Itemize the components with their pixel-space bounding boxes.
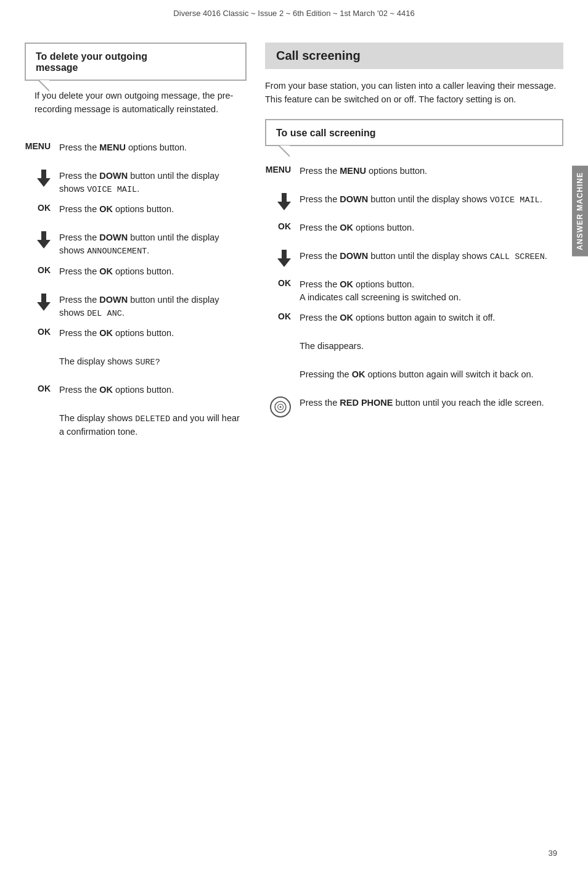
step-desc-cell: Press the OK options button.: [59, 264, 247, 278]
step-key-cell: ☉: [265, 395, 300, 417]
left-column: To delete your outgoing message If you d…: [25, 43, 247, 445]
step-row: MENU Press the MENU options button.: [265, 163, 563, 186]
step-row: OK Press the OK options button.: [25, 264, 247, 286]
answer-machine-tab: ANSWER MACHINE: [572, 166, 588, 257]
step-key: OK: [38, 384, 51, 393]
step-desc-cell: Pressing the OK options button again wil…: [300, 367, 563, 381]
step-key-cell: OK: [25, 326, 59, 337]
step-row: ☉ Press the RED PHONE button until you r…: [265, 395, 563, 417]
down-arrow-icon: [37, 294, 51, 311]
step-desc-cell: The display shows DELETED and you will h…: [59, 411, 247, 438]
step-row: The disappears.: [265, 339, 563, 361]
left-steps: MENU Press the MENU options button. Pres…: [25, 140, 247, 438]
svg-marker-3: [277, 193, 291, 210]
step-key-cell: [265, 367, 300, 368]
header-text: Diverse 4016 Classic ~ Issue 2 ~ 6th Edi…: [173, 9, 414, 18]
step-row: Press the DOWN button until the display …: [265, 249, 563, 271]
step-key: OK: [38, 265, 51, 275]
down-arrow-icon: [277, 250, 291, 267]
step-key: OK: [38, 203, 51, 213]
svg-marker-1: [37, 231, 51, 249]
step-row: OK Press the OK options button.: [25, 382, 247, 405]
delete-message-title: To delete your outgoing message: [26, 44, 245, 80]
right-steps: MENU Press the MENU options button. Pres…: [265, 163, 563, 417]
step-key: OK: [278, 311, 291, 321]
step-row: OK Press the OK options button.: [25, 202, 247, 224]
step-desc-cell: Press the OK options button.: [59, 326, 247, 340]
step-desc-cell: Press the DOWN button until the display …: [300, 249, 563, 263]
call-screening-intro: From your base station, you can listen i…: [265, 79, 563, 107]
step-key: MENU: [25, 141, 51, 151]
step-key-cell: [25, 292, 59, 311]
step-desc-cell: Press the MENU options button.: [59, 140, 247, 154]
step-key-cell: [265, 249, 300, 267]
step-row: OK Press the OK options button.: [265, 220, 563, 242]
step-key-cell: OK: [25, 202, 59, 213]
phone-icon: ☉: [270, 396, 291, 417]
step-key-cell: OK: [25, 264, 59, 275]
step-row: Pressing the OK options button again wil…: [265, 367, 563, 389]
svg-marker-0: [37, 170, 51, 187]
delete-message-box: To delete your outgoing message: [25, 43, 247, 81]
down-arrow-icon: [277, 193, 291, 210]
step-row: OK Press the OK options button.: [25, 326, 247, 348]
step-desc-cell: Press the OK options button again to swi…: [300, 310, 563, 324]
step-desc-cell: Press the OK options button.: [59, 382, 247, 396]
step-key-cell: MENU: [265, 163, 300, 175]
step-desc-cell: Press the DOWN button until the display …: [300, 192, 563, 207]
page-header: Diverse 4016 Classic ~ Issue 2 ~ 6th Edi…: [0, 0, 588, 24]
step-key-cell: [25, 230, 59, 249]
step-row: Press the DOWN button until the display …: [25, 230, 247, 258]
step-key-cell: OK: [25, 382, 59, 393]
step-row: Press the DOWN button until the display …: [265, 192, 563, 214]
notch-inner: [39, 80, 49, 90]
svg-text:☉: ☉: [277, 403, 284, 412]
step-desc-cell: The disappears.: [300, 339, 563, 353]
step-row: The display shows SURE?: [25, 354, 247, 376]
svg-marker-4: [277, 250, 291, 267]
step-row: OK Press the OK options button.A indicat…: [265, 277, 563, 304]
step-row: Press the DOWN button until the display …: [25, 292, 247, 320]
step-key-cell: OK: [265, 277, 300, 288]
step-key: OK: [278, 278, 291, 288]
step-key-cell: [25, 411, 59, 412]
step-desc-cell: Press the OK options button.: [59, 202, 247, 216]
use-call-screening-box: To use call screening: [265, 119, 563, 146]
step-extra: A indicates call screening is switched o…: [300, 292, 461, 302]
step-desc-cell: Press the DOWN button until the display …: [59, 230, 247, 258]
step-key-cell: [25, 168, 59, 187]
step-key-cell: [25, 354, 59, 355]
down-arrow-icon: [37, 170, 51, 187]
step-desc-cell: Press the OK options button.A indicates …: [300, 277, 563, 304]
call-screening-title: Call screening: [265, 43, 563, 69]
right-column: Call screening From your base station, y…: [265, 43, 563, 424]
step-desc-cell: The display shows SURE?: [59, 354, 247, 369]
step-key-cell: OK: [265, 310, 300, 321]
step-key-cell: [265, 339, 300, 340]
step-key: OK: [278, 221, 291, 231]
right-notch-inner: [280, 146, 290, 155]
step-desc-cell: Press the DOWN button until the display …: [59, 292, 247, 320]
step-key: MENU: [266, 165, 291, 175]
left-intro-text: If you delete your own outgoing message,…: [25, 81, 247, 123]
step-key-cell: MENU: [25, 140, 59, 151]
step-key-cell: [265, 192, 300, 210]
step-key-cell: OK: [265, 220, 300, 231]
step-key: OK: [38, 327, 51, 337]
use-call-screening-title: To use call screening: [266, 120, 562, 145]
step-desc-cell: Press the RED PHONE button until you rea…: [300, 395, 563, 409]
down-arrow-icon: [37, 231, 51, 249]
step-desc-cell: Press the DOWN button until the display …: [59, 168, 247, 196]
step-desc-cell: Press the MENU options button.: [300, 163, 563, 178]
step-row: Press the DOWN button until the display …: [25, 168, 247, 196]
page-number: 39: [549, 848, 557, 858]
step-row: OK Press the OK options button again to …: [265, 310, 563, 332]
step-row: The display shows DELETED and you will h…: [25, 411, 247, 438]
step-row: MENU Press the MENU options button.: [25, 140, 247, 162]
svg-marker-2: [37, 294, 51, 311]
step-desc-cell: Press the OK options button.: [300, 220, 563, 234]
